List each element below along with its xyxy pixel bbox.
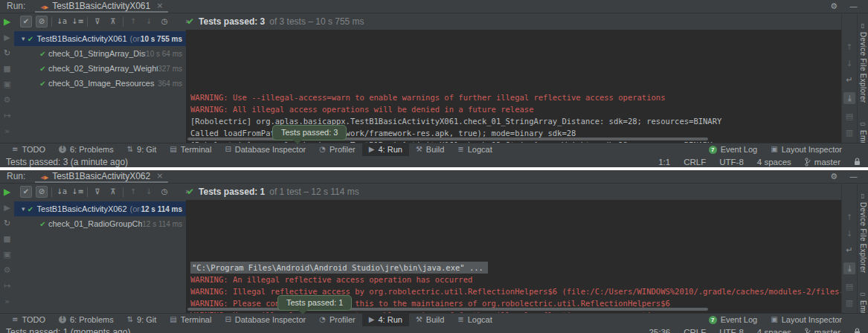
down-stack-trace-icon[interactable]: ↓	[846, 59, 852, 68]
tool-emulator[interactable]: ▭ Emulator	[859, 291, 867, 313]
test-tree-root[interactable]: ▾ ✔ TestB1BasicActivityX062 (org.aplas.t…	[14, 201, 186, 216]
test-tree-item[interactable]: ✔ check_01_RadioGroupChange 12 s 114 ms	[14, 216, 186, 231]
test-history-button[interactable]: ◷	[158, 16, 170, 28]
expand-all-button[interactable]: ⊽	[91, 16, 103, 28]
more-actions-button[interactable]: »	[4, 127, 10, 135]
stop-button[interactable]: ■	[3, 235, 10, 243]
print-button[interactable]: ▤	[846, 112, 853, 120]
print-button[interactable]: ▤	[846, 282, 853, 291]
tool-emulator[interactable]: ▭ Emulator	[859, 120, 867, 143]
git-branch[interactable]: master	[805, 158, 840, 166]
tool-device-file-explorer[interactable]: ▯ Device File Explorer	[859, 22, 867, 103]
up-stack-trace-icon[interactable]: ↑	[846, 43, 852, 51]
scroll-to-end-toggle[interactable]: ⇥	[843, 92, 855, 104]
statusbar-database-inspector[interactable]: ⊟ Database Inspector	[218, 314, 312, 326]
rerun-button[interactable]: ▶	[4, 17, 10, 26]
caret-position[interactable]: 25:36	[649, 328, 670, 333]
test-tree-item[interactable]: ✔ check_02_StringArray_Weight 327 ms	[14, 61, 186, 76]
statusbar-git[interactable]: ⇅ 9: Git	[120, 143, 164, 156]
statusbar-profiler[interactable]: ◔ Profiler	[312, 143, 362, 156]
down-stack-trace-icon[interactable]: ↓	[846, 230, 852, 238]
previous-occurrence-button[interactable]: ↑	[127, 186, 139, 198]
horizontal-scrollbar[interactable]	[187, 138, 708, 140]
next-occurrence-button[interactable]: ↓	[143, 16, 155, 28]
hide-window-icon[interactable]: —	[849, 1, 858, 11]
git-branch[interactable]: master	[805, 328, 840, 333]
up-stack-trace-icon[interactable]: ↑	[846, 213, 852, 222]
show-ignored-toggle[interactable]: ⊘	[36, 16, 48, 28]
run-tab[interactable]: ◀▶ TestB1BasicActivityX062 ×	[35, 170, 168, 183]
show-passed-toggle[interactable]: ✔	[20, 186, 32, 198]
caret-position[interactable]: 1:1	[658, 158, 670, 166]
test-history-button[interactable]: ◷	[158, 186, 170, 198]
toolbar-divider[interactable]	[123, 17, 123, 27]
toolbar-divider[interactable]	[51, 187, 52, 197]
sort-by-duration-button[interactable]: ↓≡	[71, 186, 83, 198]
statusbar-layout-inspector[interactable]: ▣ Layout Inspector	[764, 143, 849, 156]
statusbar-problems[interactable]: ! 6: Problems	[52, 314, 120, 326]
collapse-all-button[interactable]: ⊼	[107, 186, 119, 198]
screenshot-button[interactable]: ▣	[3, 250, 10, 259]
indent-setting[interactable]: 4 spaces	[757, 158, 791, 166]
rerun-button[interactable]: ▶	[4, 187, 10, 196]
line-separator[interactable]: CRLF	[684, 158, 706, 166]
test-tree-root[interactable]: ▾ ✔ TestB1BasicActivityX061 (org.aplas.t…	[14, 31, 186, 46]
statusbar-run[interactable]: ▶ 4: Run	[362, 143, 409, 156]
close-tab-icon[interactable]: ×	[156, 1, 163, 10]
toggle-auto-test-button[interactable]: ↻	[4, 219, 10, 227]
soft-wrap-toggle[interactable]: ↵	[846, 246, 852, 254]
sort-alphabetically-button[interactable]: ↓a	[56, 16, 68, 28]
show-passed-toggle[interactable]: ✔	[20, 16, 32, 28]
expand-all-button[interactable]: ⊽	[91, 186, 103, 198]
statusbar-profiler[interactable]: ◔ Profiler	[312, 314, 362, 326]
sort-alphabetically-button[interactable]: ↓a	[56, 186, 68, 198]
tool-device-file-explorer[interactable]: ▯ Device File Explorer	[859, 193, 867, 273]
exit-button[interactable]: ↦	[4, 111, 10, 120]
run-tab[interactable]: ◀▶ TestB1BasicActivityX061 ×	[35, 0, 168, 13]
stop-button[interactable]: ■	[3, 65, 10, 73]
toggle-auto-test-button[interactable]: ↻	[4, 49, 10, 57]
gear-icon[interactable]: ⚙	[830, 172, 838, 181]
statusbar-event-log[interactable]: 7 Event Log	[702, 314, 765, 326]
soft-wrap-toggle[interactable]: ↵	[846, 76, 852, 84]
statusbar-build[interactable]: ⚒ Build	[409, 314, 451, 326]
previous-occurrence-button[interactable]: ↑	[127, 16, 139, 28]
statusbar-layout-inspector[interactable]: ▣ Layout Inspector	[764, 314, 849, 326]
statusbar-git[interactable]: ⇅ 9: Git	[120, 314, 164, 326]
statusbar-logcat[interactable]: ≣ Logcat	[451, 314, 498, 326]
test-settings-button[interactable]: ⚙	[4, 96, 11, 104]
screenshot-button[interactable]: ▣	[3, 80, 10, 88]
show-ignored-toggle[interactable]: ⊘	[36, 186, 48, 198]
statusbar-event-log[interactable]: 7 Event Log	[702, 143, 765, 156]
test-settings-button[interactable]: ⚙	[4, 266, 11, 274]
file-encoding[interactable]: UTF-8	[719, 328, 744, 333]
sort-by-duration-button[interactable]: ↓≡	[71, 16, 83, 28]
next-occurrence-button[interactable]: ↓	[143, 186, 155, 198]
exit-button[interactable]: ↦	[4, 282, 10, 290]
clear-console-button[interactable]: ▥	[846, 299, 853, 307]
statusbar-build[interactable]: ⚒ Build	[409, 143, 451, 156]
close-tab-icon[interactable]: ×	[156, 171, 163, 181]
toolbar-divider[interactable]	[87, 187, 88, 197]
clear-console-button[interactable]: ▥	[846, 129, 853, 137]
statusbar-logcat[interactable]: ≣ Logcat	[451, 143, 498, 156]
toolbar-divider[interactable]	[51, 17, 52, 27]
file-encoding[interactable]: UTF-8	[719, 158, 744, 166]
rerun-failed-tests-button[interactable]: ▶	[4, 204, 10, 212]
collapse-all-button[interactable]: ⊼	[107, 16, 119, 28]
statusbar-terminal[interactable]: ▤ Terminal	[163, 143, 218, 156]
horizontal-scrollbar[interactable]	[187, 308, 708, 311]
statusbar-todo[interactable]: ≡ TODO	[5, 314, 52, 326]
statusbar-todo[interactable]: ≡ TODO	[5, 143, 52, 156]
gear-icon[interactable]: ⚙	[830, 1, 838, 11]
statusbar-database-inspector[interactable]: ⊟ Database Inspector	[218, 143, 312, 156]
indent-setting[interactable]: 4 spaces	[757, 328, 791, 333]
statusbar-run[interactable]: ▶ 4: Run	[362, 314, 409, 326]
statusbar-problems[interactable]: ! 6: Problems	[52, 143, 120, 156]
toolbar-divider[interactable]	[87, 17, 88, 27]
toolbar-divider[interactable]	[123, 187, 123, 197]
hide-window-icon[interactable]: —	[849, 172, 858, 181]
statusbar-terminal[interactable]: ▤ Terminal	[163, 314, 218, 326]
line-separator[interactable]: CRLF	[684, 328, 706, 333]
test-tree-item[interactable]: ✔ check_03_Image_Resources 364 ms	[14, 76, 186, 91]
